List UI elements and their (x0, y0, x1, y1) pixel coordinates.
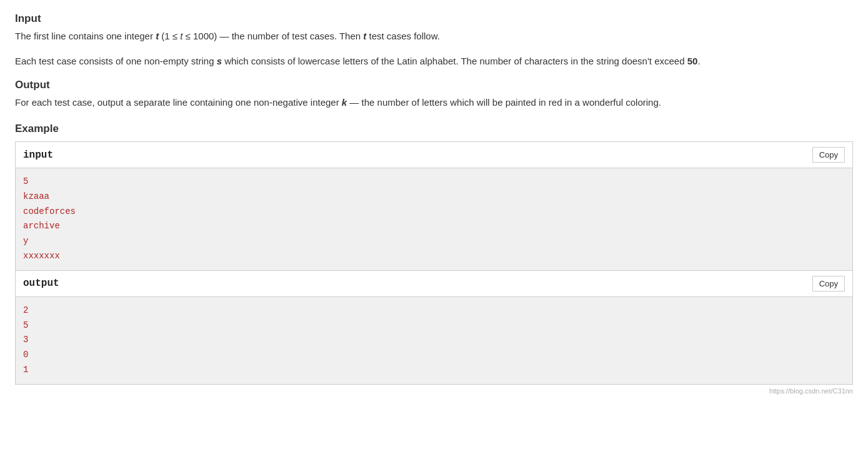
output-paragraph-1: For each test case, output a separate li… (15, 95, 853, 110)
output-example-content: 25301 (16, 297, 852, 384)
example-title: Example (15, 123, 853, 135)
input-text-2b: which consists of lowercase letters of t… (222, 56, 687, 66)
watermark: https://blog.csdn.net/C31nn (15, 387, 853, 395)
input-text-2a: Each test case consists of one non-empty… (15, 56, 217, 66)
input-line: xxxxxxx (23, 249, 845, 264)
input-title: Input (15, 13, 853, 25)
output-section: Output For each test case, output a sepa… (15, 79, 853, 110)
input-paragraph-1: The first line contains one integer t (1… (15, 29, 853, 44)
input-text-1c: test cases follow. (366, 31, 440, 41)
input-copy-button[interactable]: Copy (812, 147, 845, 163)
input-example-block: input Copy 5kzaaacodeforcesarchiveyxxxxx… (15, 141, 853, 271)
input-line: 5 (23, 175, 845, 190)
input-line: codeforces (23, 205, 845, 220)
output-k: k (342, 97, 347, 108)
output-line: 2 (23, 303, 845, 318)
input-paragraph-2: Each test case consists of one non-empty… (15, 54, 853, 69)
input-text-2c: . (697, 56, 700, 66)
output-copy-button[interactable]: Copy (812, 276, 845, 291)
input-text-1b: (1 ≤ t ≤ 1000) — the number of test case… (159, 31, 363, 41)
output-text-1b: — the number of letters which will be pa… (347, 97, 661, 108)
input-text-1a: The first line contains one integer (15, 31, 156, 41)
output-line: 1 (23, 363, 845, 378)
output-line: 0 (23, 348, 845, 363)
output-example-label: output (23, 278, 59, 289)
output-line: 5 (23, 318, 845, 333)
output-text-1a: For each test case, output a separate li… (15, 97, 342, 108)
input-line: y (23, 234, 845, 249)
input-s: s (217, 56, 222, 66)
input-example-header: input Copy (16, 142, 852, 168)
input-line: kzaaa (23, 190, 845, 205)
output-title: Output (15, 79, 853, 91)
example-section: Example input Copy 5kzaaacodeforcesarchi… (15, 123, 853, 385)
input-example-label: input (23, 149, 53, 161)
input-line: archive (23, 219, 845, 234)
input-fifty: 50 (687, 56, 698, 66)
input-example-content: 5kzaaacodeforcesarchiveyxxxxxxx (16, 168, 852, 270)
output-example-header: output Copy (16, 271, 852, 297)
output-example-block: output Copy 25301 (15, 271, 853, 385)
input-section: Input The first line contains one intege… (15, 13, 853, 69)
output-line: 3 (23, 333, 845, 348)
